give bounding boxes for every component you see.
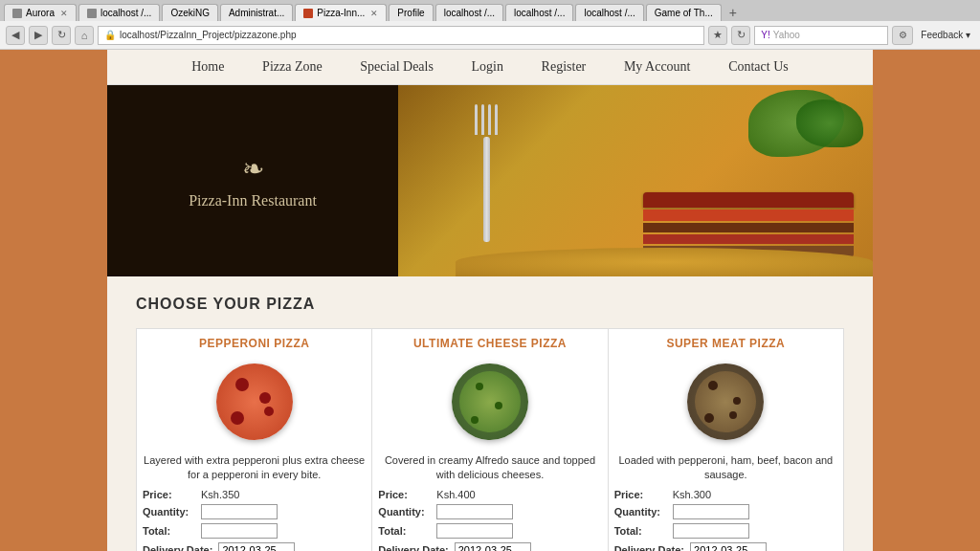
cheese-description: Covered in creamy Alfredo sauce and topp…: [372, 450, 607, 487]
nav-register[interactable]: Register: [542, 59, 587, 74]
tab-profile[interactable]: Profile: [389, 4, 433, 21]
lasagna-top: [643, 192, 854, 208]
nav-home[interactable]: Home: [191, 59, 224, 74]
pepperoni-price-row: Price: Ksh.350: [137, 487, 371, 502]
nav-special-deals[interactable]: Special Deals: [360, 59, 434, 74]
settings-button[interactable]: ⚙: [892, 26, 913, 45]
meat-img-container: [609, 354, 843, 450]
tab3-label: localhost /...: [514, 8, 565, 18]
tab-localhost4[interactable]: localhost /...: [575, 4, 643, 21]
tab-admin[interactable]: Administrat...: [220, 4, 293, 21]
plate: [456, 248, 873, 276]
hero-banner: ❧ Pizza-Inn Restaurant: [107, 85, 873, 276]
address-bar[interactable]: 🔒 localhost/PizzaInn_Project/pizzazone.p…: [98, 26, 704, 45]
pepperoni-img-container: [137, 354, 371, 450]
meat-price-value: Ksh.300: [673, 489, 711, 500]
meat-pizza-image: [687, 364, 764, 440]
tab-game[interactable]: Game of Th...: [646, 4, 722, 21]
fork-tine: [488, 104, 491, 135]
meat-price-label: Price:: [614, 489, 667, 500]
pepperoni-quantity-input[interactable]: [201, 504, 278, 519]
tab1-label: localhost /...: [100, 8, 151, 18]
meat-quantity-row: Quantity:: [609, 502, 843, 521]
pepperoni-total-input[interactable]: [201, 523, 278, 539]
tab-localhost2[interactable]: localhost /...: [435, 4, 503, 21]
meat-description: Loaded with pepperoni, ham, beef, bacon …: [609, 450, 843, 487]
cheese-quantity-row: Quantity:: [372, 502, 607, 521]
pepperoni-total-row: Total:: [137, 521, 371, 540]
meat-total-input[interactable]: [673, 523, 749, 539]
food-image: [398, 85, 873, 276]
tab-aurora-label: Aurora: [26, 8, 55, 18]
cheese-img-container: [372, 354, 607, 450]
cheese-inner: [459, 371, 521, 432]
tab2-label: localhost /...: [444, 8, 495, 18]
nav-login[interactable]: Login: [472, 59, 503, 74]
feedback-button[interactable]: Feedback ▾: [917, 30, 974, 40]
nav-pizza-zone[interactable]: Pizza Zone: [262, 59, 323, 74]
fork-handle: [483, 137, 490, 242]
lasagna-layer-3: [643, 223, 854, 232]
pepperoni-price-value: Ksh.350: [201, 489, 239, 500]
tab-profile-label: Profile: [397, 8, 424, 18]
tab4-label: localhost /...: [584, 8, 635, 18]
pizza-row: PEPPERONI PIZZA Layered with extra peppe…: [137, 329, 844, 552]
meat-delivery-input[interactable]: [690, 542, 767, 551]
cheese-quantity-label: Quantity:: [378, 506, 431, 518]
meat-inner: [695, 371, 756, 432]
section-title: CHOOSE YOUR PIZZA: [136, 296, 844, 313]
topping-4: [264, 407, 274, 416]
pepperoni-quantity-label: Quantity:: [143, 506, 195, 518]
topping-1: [235, 378, 249, 391]
meat-pizza-cell: SUPER MEAT PIZZA Loaded with pepperoni, …: [608, 329, 843, 552]
tab-pizza[interactable]: Pizza-Inn... ✕: [295, 4, 387, 21]
navigation-bar: Home Pizza Zone Special Deals Login Regi…: [107, 50, 873, 85]
pepperoni-delivery-row: Delivery Date:: [137, 540, 371, 551]
hero-right: [398, 85, 873, 276]
cheese-price-row: Price: Ksh.400: [372, 487, 607, 502]
pepperoni-delivery-input[interactable]: [218, 542, 295, 551]
nav-my-account[interactable]: My Account: [624, 59, 691, 74]
tab-aurora[interactable]: Aurora ✕: [4, 4, 77, 21]
refresh-btn2[interactable]: ↻: [731, 26, 750, 45]
fork: [475, 104, 498, 242]
search-placeholder: Yahoo: [773, 30, 800, 40]
pepperoni-price-label: Price:: [143, 489, 195, 500]
meat-quantity-input[interactable]: [673, 504, 749, 519]
pepperoni-pizza-image: [216, 364, 293, 440]
tab1-favicon: [87, 9, 97, 18]
tab-pizza-close[interactable]: ✕: [370, 9, 378, 18]
restaurant-name: Pizza-Inn Restaurant: [189, 192, 317, 209]
back-button[interactable]: ◀: [6, 26, 25, 45]
tab-aurora-close[interactable]: ✕: [60, 9, 68, 18]
yahoo-icon: Y!: [761, 30, 769, 40]
bookmark-button[interactable]: ★: [708, 26, 727, 45]
nav-contact-us[interactable]: Contact Us: [728, 59, 789, 74]
cheese-topping-2: [495, 402, 502, 409]
meat-price-row: Price: Ksh.300: [609, 487, 843, 502]
new-tab-button[interactable]: +: [724, 4, 743, 21]
cheese-total-label: Total:: [378, 525, 431, 537]
page-content: Home Pizza Zone Special Deals Login Regi…: [107, 50, 873, 551]
restaurant-logo: ❧: [242, 153, 264, 185]
lock-icon: 🔒: [104, 30, 116, 40]
search-bar[interactable]: Y! Yahoo: [754, 26, 888, 45]
tab-ozeki[interactable]: OzekiNG: [162, 4, 218, 21]
cheese-price-value: Ksh.400: [436, 489, 475, 500]
tab-game-label: Game of Th...: [655, 8, 713, 18]
meat-total-label: Total:: [614, 525, 667, 537]
cheese-quantity-input[interactable]: [436, 504, 513, 519]
forward-button[interactable]: ▶: [29, 26, 48, 45]
pepperoni-pizza-name: PEPPERONI PIZZA: [137, 329, 371, 354]
tab-localhost1[interactable]: localhost /...: [78, 4, 160, 21]
pepperoni-pizza-cell: PEPPERONI PIZZA Layered with extra peppe…: [137, 329, 372, 552]
cheese-delivery-input[interactable]: [455, 542, 531, 551]
browser-tabs: Aurora ✕ localhost /... OzekiNG Administ…: [0, 0, 980, 21]
hero-left: ❧ Pizza-Inn Restaurant: [107, 85, 398, 276]
cheese-total-input[interactable]: [436, 523, 513, 539]
tab-localhost3[interactable]: localhost /...: [505, 4, 573, 21]
pepperoni-delivery-label: Delivery Date:: [143, 544, 212, 551]
refresh-button[interactable]: ↻: [52, 26, 71, 45]
cheese-delivery-row: Delivery Date:: [372, 540, 607, 551]
home-button[interactable]: ⌂: [75, 26, 94, 45]
